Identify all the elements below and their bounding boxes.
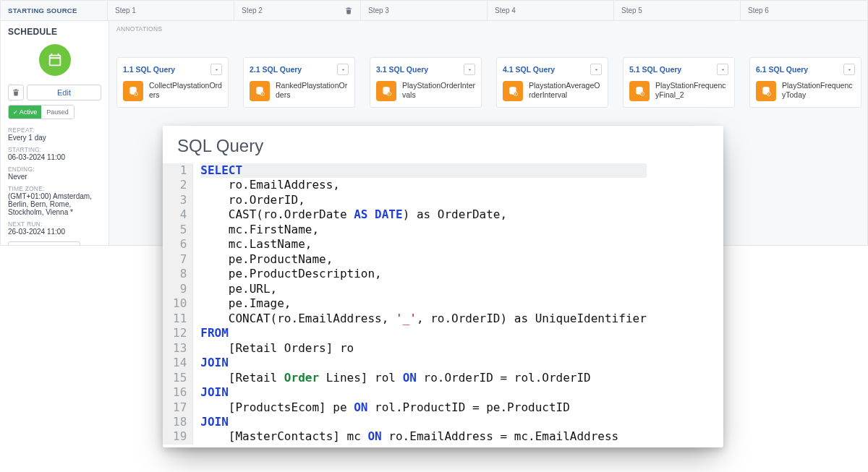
database-icon xyxy=(250,81,270,101)
status-toggle[interactable]: Active Paused xyxy=(8,105,75,119)
step-header-1-label: Step 1 xyxy=(115,7,136,14)
step-header-5[interactable]: Step 5 xyxy=(614,1,741,20)
database-icon xyxy=(629,81,650,101)
svg-point-8 xyxy=(636,87,642,90)
ending-value: Never xyxy=(8,173,101,181)
step-header-row: STARTING SOURCE Step 1 Step 2 Step 3 Ste… xyxy=(1,1,867,21)
step-header-4-label: Step 4 xyxy=(495,7,516,14)
timezone-value: (GMT+01:00) Amsterdam, Berlin, Bern, Rom… xyxy=(8,192,101,216)
svg-point-10 xyxy=(762,87,769,90)
sql-step-card[interactable]: 4.1 SQL QueryPlaystationAverageOrderInte… xyxy=(496,57,608,108)
ending-label: ENDING: xyxy=(8,166,101,173)
sql-step-card[interactable]: 3.1 SQL QueryPlayStationOrderIntervals xyxy=(370,57,482,108)
svg-point-6 xyxy=(509,87,516,90)
sql-panel-title: SQL Query xyxy=(163,126,723,163)
starting-source-header: STARTING SOURCE xyxy=(1,1,108,20)
sql-step-card[interactable]: 2.1 SQL QueryRankedPlaystationOrders xyxy=(243,57,355,108)
card-dropdown-button[interactable] xyxy=(717,64,728,75)
step-header-3[interactable]: Step 3 xyxy=(361,1,488,20)
svg-point-2 xyxy=(256,87,263,90)
timezone-label: TIME ZONE: xyxy=(8,185,101,192)
skip-next-button[interactable]: Skip Next Occurrence xyxy=(8,241,80,246)
step-header-5-label: Step 5 xyxy=(621,7,642,14)
chevron-down-icon xyxy=(720,66,726,73)
card-step-number: 5.1 SQL Query xyxy=(629,65,681,74)
annotations-label: ANNOTATIONS xyxy=(109,21,867,33)
nextrun-value: 26-03-2024 11:00 xyxy=(8,228,101,236)
card-dropdown-button[interactable] xyxy=(590,64,602,75)
card-dropdown-button[interactable] xyxy=(464,64,475,75)
step-header-2-label: Step 2 xyxy=(242,7,263,14)
repeat-value: Every 1 day xyxy=(8,134,101,142)
edit-schedule-button[interactable]: Edit xyxy=(27,85,101,100)
card-step-number: 3.1 SQL Query xyxy=(376,65,428,74)
chevron-down-icon xyxy=(846,66,853,73)
card-dropdown-button[interactable] xyxy=(843,64,855,75)
card-step-number: 6.1 SQL Query xyxy=(756,65,808,74)
card-activity-name: RankedPlaystationOrders xyxy=(276,81,349,100)
svg-point-0 xyxy=(129,87,136,90)
sql-code-editor[interactable]: 12345678910111213141516171819 SELECT ro.… xyxy=(163,163,723,445)
step-header-6[interactable]: Step 6 xyxy=(741,1,867,20)
sql-step-card[interactable]: 6.1 SQL QueryPlayStationFrequencyToday xyxy=(749,57,861,108)
card-step-number: 2.1 SQL Query xyxy=(250,65,302,74)
trash-icon[interactable] xyxy=(344,7,353,15)
step-header-1[interactable]: Step 1 xyxy=(108,1,234,20)
database-icon xyxy=(503,81,523,101)
sql-step-card[interactable]: 5.1 SQL QueryPlayStationFrequencyFinal_2 xyxy=(623,57,735,108)
schedule-title: SCHEDULE xyxy=(8,27,101,37)
sql-step-card[interactable]: 1.1 SQL QueryCollectPlaystationOrders xyxy=(116,57,229,108)
starting-label: STARTING: xyxy=(8,146,101,153)
chevron-down-icon xyxy=(213,66,220,73)
status-paused[interactable]: Paused xyxy=(41,106,74,119)
schedule-sidebar: SCHEDULE Edit Active Paused REPEAT: Ever… xyxy=(1,21,109,246)
repeat-label: REPEAT: xyxy=(8,126,101,134)
delete-schedule-button[interactable] xyxy=(8,85,24,100)
card-activity-name: CollectPlaystationOrders xyxy=(149,81,222,100)
step-header-3-label: Step 3 xyxy=(368,7,389,14)
starting-value: 06-03-2024 11:00 xyxy=(8,153,101,161)
status-active[interactable]: Active xyxy=(9,106,41,119)
chevron-down-icon xyxy=(593,66,600,73)
database-icon xyxy=(376,81,396,101)
database-icon xyxy=(756,81,776,101)
card-step-number: 1.1 SQL Query xyxy=(123,65,175,74)
card-activity-name: PlayStationFrequencyToday xyxy=(782,81,855,100)
step-header-4[interactable]: Step 4 xyxy=(488,1,614,20)
card-step-number: 4.1 SQL Query xyxy=(503,65,555,74)
card-dropdown-button[interactable] xyxy=(337,64,349,75)
calendar-icon xyxy=(39,44,71,76)
step-header-6-label: Step 6 xyxy=(748,7,769,14)
card-dropdown-button[interactable] xyxy=(210,64,222,75)
card-activity-name: PlaystationAverageOrderInterval xyxy=(529,81,602,100)
code-content[interactable]: SELECT ro.EmailAddress, ro.OrderID, CAST… xyxy=(193,163,647,445)
line-number-gutter: 12345678910111213141516171819 xyxy=(163,163,193,445)
chevron-down-icon xyxy=(467,66,473,73)
cards-row: 1.1 SQL QueryCollectPlaystationOrders2.1… xyxy=(109,33,867,108)
database-icon xyxy=(123,81,143,101)
svg-point-4 xyxy=(383,87,389,90)
nextrun-label: NEXT RUN: xyxy=(8,220,101,228)
step-header-2[interactable]: Step 2 xyxy=(234,1,361,20)
sql-query-panel: SQL Query 12345678910111213141516171819 … xyxy=(163,126,723,447)
card-activity-name: PlayStationOrderIntervals xyxy=(402,81,475,100)
card-activity-name: PlayStationFrequencyFinal_2 xyxy=(655,81,728,100)
chevron-down-icon xyxy=(340,66,346,73)
